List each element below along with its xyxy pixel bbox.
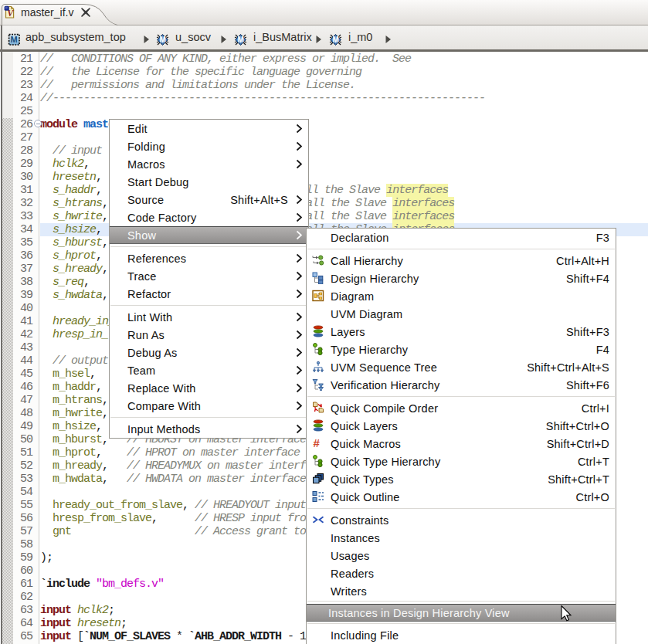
svg-text:M: M [11, 35, 18, 44]
svg-text:#: # [314, 437, 321, 449]
svg-text:M: M [159, 36, 165, 44]
